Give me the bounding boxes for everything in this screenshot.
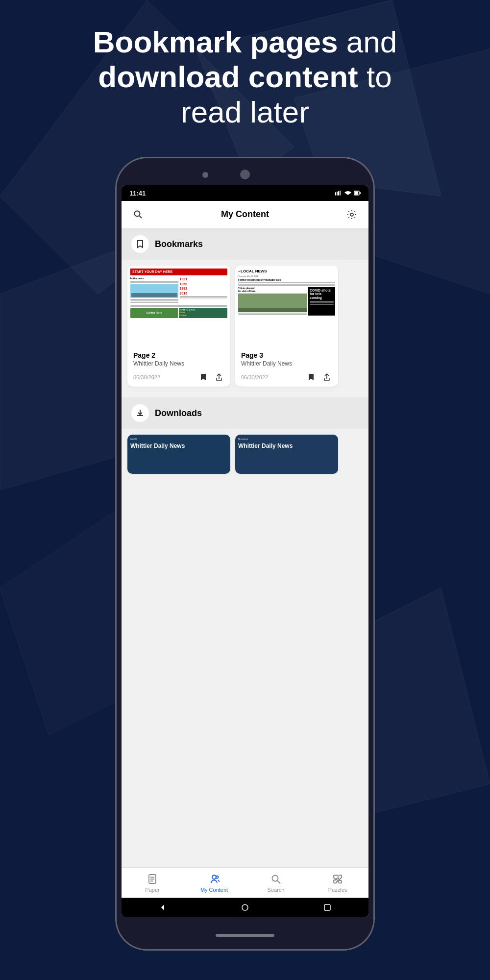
svg-point-15 — [350, 213, 353, 216]
status-bar: 11:41 — [122, 185, 368, 201]
phone-screen: 11:41 My Content — [122, 185, 368, 917]
nav-label-paper: Paper — [145, 887, 159, 893]
bookmark-card-2-info: Page 3 Whittier Daily News 06/30/2022 — [235, 346, 338, 387]
card-2-actions — [306, 372, 332, 383]
camera-dot-left — [202, 172, 208, 178]
bookmark-card-2[interactable]: ● LOCAL NEWS Thursday May 20 2022 Former… — [235, 266, 338, 387]
svg-line-14 — [140, 216, 142, 218]
nav-item-my-content[interactable]: My Content — [183, 868, 245, 898]
downloads-icon — [131, 404, 149, 422]
bookmark-button-2[interactable] — [306, 372, 317, 383]
bookmark-card-1-thumbnail: START YOUR DAY HERE In the news — [127, 266, 230, 346]
bookmarks-title: Bookmarks — [155, 239, 203, 249]
downloads-cards-row: NATO Whittier Daily News Business Whitti… — [122, 429, 368, 480]
share-button-1[interactable] — [214, 372, 224, 383]
nav-item-search[interactable]: Search — [245, 868, 307, 898]
svg-line-23 — [278, 881, 281, 884]
svg-point-22 — [272, 876, 278, 882]
bookmark-button-1[interactable] — [198, 372, 209, 383]
svg-rect-11 — [360, 192, 361, 194]
card-1-page: Page 2 — [133, 351, 224, 359]
bookmarks-icon — [131, 235, 149, 253]
card-1-date: 06/30/2022 — [133, 374, 160, 380]
paper-icon — [146, 873, 159, 885]
download-title-1: Whittier Daily News — [130, 442, 227, 449]
card-1-footer: 06/30/2022 — [133, 372, 224, 383]
download-tag-2: Business — [238, 438, 335, 441]
downloads-title: Downloads — [155, 408, 202, 418]
bookmarks-section-header: Bookmarks — [122, 228, 368, 260]
bookmark-card-2-thumbnail: ● LOCAL NEWS Thursday May 20 2022 Former… — [235, 266, 338, 346]
newspaper-page-2: START YOUR DAY HERE In the news — [127, 266, 230, 346]
camera-dot-center — [240, 170, 250, 179]
svg-point-21 — [216, 876, 219, 879]
svg-point-25 — [242, 905, 248, 910]
svg-rect-9 — [340, 191, 341, 196]
hero-heading: Bookmark pages and download content to r… — [20, 24, 470, 129]
download-card-1-thumbnail: NATO Whittier Daily News — [127, 435, 230, 474]
my-content-icon — [208, 873, 220, 885]
card-2-page: Page 3 — [241, 351, 332, 359]
bookmark-card-1[interactable]: START YOUR DAY HERE In the news — [127, 266, 230, 387]
nav-label-puzzles: Puzzles — [328, 887, 347, 893]
status-icons — [335, 191, 361, 196]
card-2-source: Whittier Daily News — [241, 360, 332, 367]
screen-content[interactable]: Bookmarks START YOUR DAY HERE In the new… — [122, 228, 368, 867]
svg-rect-8 — [338, 191, 339, 196]
nav-item-paper[interactable]: Paper — [122, 868, 183, 898]
android-nav-bar — [122, 898, 368, 917]
download-card-2-thumbnail: Business Whittier Daily News — [235, 435, 338, 474]
card-1-actions — [198, 372, 224, 383]
newspaper-page-3: ● LOCAL NEWS Thursday May 20 2022 Former… — [235, 266, 338, 346]
svg-point-13 — [135, 211, 140, 216]
download-title-2: Whittier Daily News — [238, 442, 335, 449]
phone-frame: 11:41 My Content — [115, 157, 375, 951]
puzzles-icon — [331, 873, 344, 885]
bookmark-card-1-info: Page 2 Whittier Daily News 06/30/2022 — [127, 346, 230, 387]
hero-section: Bookmark pages and download content to r… — [0, 15, 490, 139]
download-card-1[interactable]: NATO Whittier Daily News — [127, 435, 230, 474]
search-button[interactable] — [131, 208, 145, 221]
recents-button[interactable] — [322, 903, 332, 912]
home-indicator — [216, 934, 274, 937]
svg-rect-26 — [324, 905, 330, 910]
nav-item-puzzles[interactable]: Puzzles — [307, 868, 368, 898]
card-2-footer: 06/30/2022 — [241, 372, 332, 383]
svg-marker-24 — [161, 905, 164, 910]
download-card-2[interactable]: Business Whittier Daily News — [235, 435, 338, 474]
share-button-2[interactable] — [321, 372, 332, 383]
downloads-section-header: Downloads — [122, 397, 368, 429]
settings-button[interactable] — [345, 208, 359, 221]
svg-rect-7 — [337, 192, 338, 196]
download-tag-1: NATO — [130, 438, 227, 441]
home-button[interactable] — [240, 903, 250, 912]
svg-rect-6 — [335, 192, 336, 196]
bottom-nav: Paper My Content — [122, 867, 368, 898]
card-1-source: Whittier Daily News — [133, 360, 224, 367]
svg-rect-12 — [355, 192, 358, 195]
nav-label-search: Search — [268, 887, 285, 893]
app-header: My Content — [122, 201, 368, 228]
card-2-date: 06/30/2022 — [241, 374, 268, 380]
back-button[interactable] — [158, 903, 168, 912]
nav-label-my-content: My Content — [200, 887, 228, 893]
header-title: My Content — [221, 209, 269, 220]
downloads-section: Downloads NATO Whittier Daily News Busin… — [122, 397, 368, 480]
bookmarks-cards-row: START YOUR DAY HERE In the news — [122, 260, 368, 392]
search-nav-icon — [270, 873, 282, 885]
status-time: 11:41 — [129, 190, 146, 197]
